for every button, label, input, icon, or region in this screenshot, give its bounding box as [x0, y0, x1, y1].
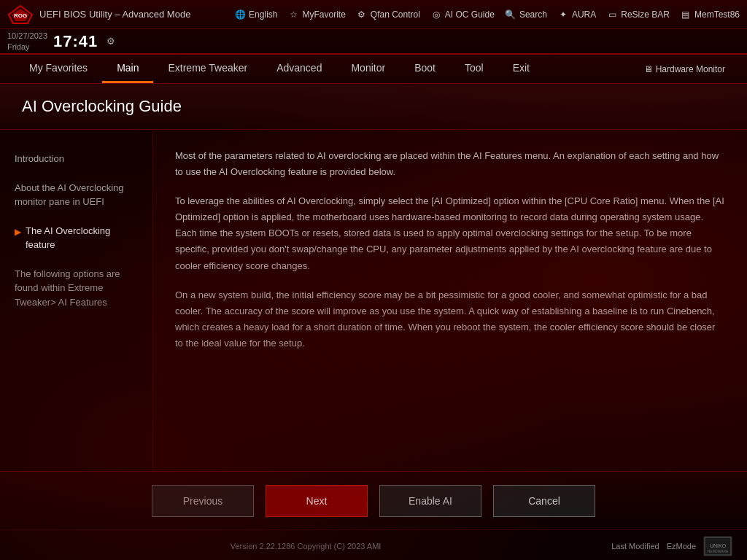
- time-display: 17:41: [53, 32, 98, 51]
- svg-text:UNIKO: UNIKO: [710, 543, 727, 548]
- cancel-button[interactable]: Cancel: [493, 485, 595, 517]
- page-header: AI Overclocking Guide: [0, 84, 747, 130]
- bottom-bar: Previous Next Enable AI Cancel: [0, 471, 747, 529]
- sidebar-item-about[interactable]: About the AI Overclocking monitor pane i…: [0, 174, 152, 217]
- previous-button[interactable]: Previous: [152, 485, 254, 517]
- mem-icon: ▤: [680, 9, 692, 20]
- content-panel: Most of the parameters related to AI ove…: [153, 130, 747, 471]
- version-text: Version 2.22.1286 Copyright (C) 2023 AMI: [15, 542, 597, 551]
- nav-main[interactable]: Main: [102, 55, 153, 83]
- nav-menu: My Favorites Main Extreme Tweaker Advanc…: [0, 55, 747, 84]
- star-icon: ☆: [287, 9, 299, 20]
- nav-tool[interactable]: Tool: [450, 55, 498, 83]
- enable-ai-button[interactable]: Enable AI: [379, 485, 481, 517]
- uniko-logo-icon: UNIKO HARDWARE: [703, 536, 732, 556]
- nav-advanced[interactable]: Advanced: [262, 55, 336, 83]
- top-bar: ROG UEFI BIOS Utility – Advanced Mode 🌐 …: [0, 0, 747, 29]
- content-area: Introduction About the AI Overclocking m…: [0, 130, 747, 471]
- sidebar-item-introduction[interactable]: Introduction: [0, 144, 152, 174]
- page-title: AI Overclocking Guide: [22, 97, 725, 116]
- aura-icon: ✦: [557, 9, 569, 20]
- second-bar: 10/27/2023Friday 17:41 ⚙: [0, 29, 747, 55]
- hardware-monitor-btn[interactable]: 🖥 Hardware Monitor: [637, 55, 732, 83]
- my-favorite-btn[interactable]: ☆ MyFavorite: [287, 9, 345, 20]
- svg-text:ROG: ROG: [14, 12, 27, 19]
- nav-exit[interactable]: Exit: [498, 55, 544, 83]
- aura-btn[interactable]: ✦ AURA: [557, 9, 596, 20]
- monitor-icon: 🖥: [644, 64, 653, 74]
- nav-extreme-tweaker[interactable]: Extreme Tweaker: [153, 55, 262, 83]
- memtest-btn[interactable]: ▤ MemTest86: [680, 9, 740, 20]
- globe-icon: 🌐: [234, 9, 246, 20]
- footer-right: Last Modified EzMode UNIKO HARDWARE: [611, 536, 732, 556]
- nav-boot[interactable]: Boot: [400, 55, 450, 83]
- nav-monitor[interactable]: Monitor: [336, 55, 400, 83]
- ai-oc-guide-btn[interactable]: ◎ AI OC Guide: [430, 9, 495, 20]
- content-paragraph-1: Most of the parameters related to AI ove…: [175, 148, 725, 180]
- search-icon: 🔍: [505, 9, 516, 20]
- arrow-icon: ▶: [15, 225, 21, 238]
- content-paragraph-2: To leverage the abilities of AI Overcloc…: [175, 193, 725, 273]
- date-display: 10/27/2023Friday: [7, 31, 47, 52]
- language-selector[interactable]: 🌐 English: [234, 9, 277, 20]
- content-paragraph-3: On a new system build, the initial effic…: [175, 287, 725, 351]
- top-bar-items: 🌐 English ☆ MyFavorite ⚙ Qfan Control ◎ …: [190, 9, 740, 20]
- logo-area: ROG UEFI BIOS Utility – Advanced Mode: [7, 4, 190, 25]
- settings-icon[interactable]: ⚙: [107, 36, 115, 47]
- svg-text:HARDWARE: HARDWARE: [708, 549, 729, 553]
- ez-mode-btn[interactable]: EzMode: [667, 542, 696, 551]
- search-btn[interactable]: 🔍 Search: [505, 9, 547, 20]
- qfan-btn[interactable]: ⚙ Qfan Control: [356, 9, 420, 20]
- rog-logo-icon: ROG: [7, 4, 34, 25]
- next-button[interactable]: Next: [266, 485, 368, 517]
- footer-logo: UNIKO HARDWARE: [703, 536, 732, 556]
- ai-icon: ◎: [430, 9, 442, 20]
- resize-icon: ▭: [606, 9, 618, 20]
- nav-my-favorites[interactable]: My Favorites: [15, 55, 102, 83]
- app-title: UEFI BIOS Utility – Advanced Mode: [39, 9, 190, 20]
- sidebar: Introduction About the AI Overclocking m…: [0, 130, 153, 471]
- footer: Version 2.22.1286 Copyright (C) 2023 AMI…: [0, 529, 747, 560]
- last-modified-label[interactable]: Last Modified: [611, 542, 659, 551]
- fan-icon: ⚙: [356, 9, 368, 20]
- resize-bar-btn[interactable]: ▭ ReSize BAR: [606, 9, 670, 20]
- sidebar-item-options[interactable]: The following options are found within E…: [0, 260, 152, 317]
- datetime-area: 10/27/2023Friday 17:41 ⚙: [7, 31, 153, 52]
- sidebar-item-ai-feature[interactable]: ▶ The AI Overclocking feature: [0, 217, 152, 260]
